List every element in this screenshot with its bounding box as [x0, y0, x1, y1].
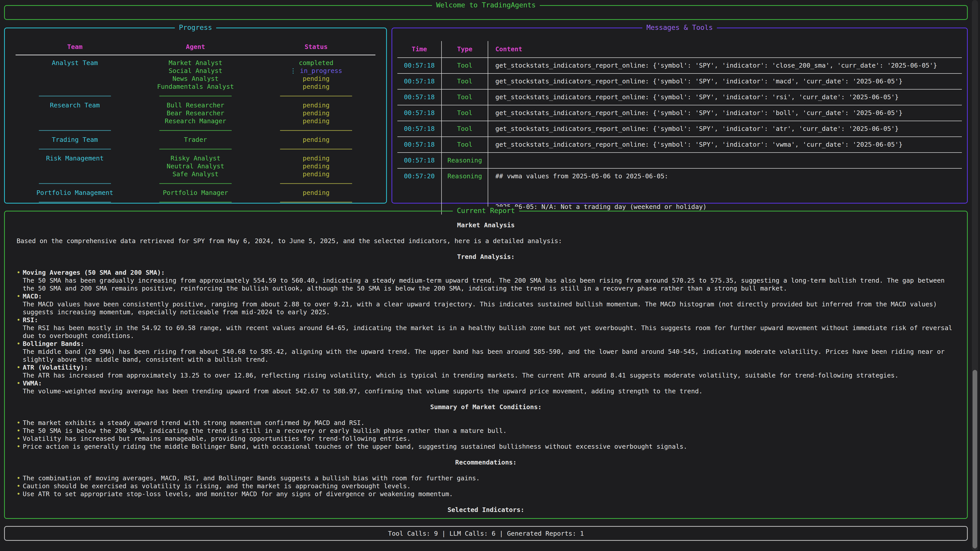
bullet-icon: • [17, 474, 23, 482]
message-content-line: get_stockstats_indicators_report_online:… [495, 105, 902, 121]
report-panel-title: Current Report [453, 206, 519, 214]
message-content-lines [495, 153, 499, 168]
stats-text: Tool Calls: 9 | LLM Calls: 6 | Generated… [388, 530, 584, 537]
report-body: Market Analysis Based on the comprehensi… [5, 211, 967, 514]
message-content-line: ## vwma values from 2025-05-06 to 2025-0… [495, 168, 707, 184]
bullet-icon: • [17, 419, 23, 427]
message-content-line: get_stockstats_indicators_report_online:… [495, 58, 937, 73]
team-group-separator [14, 144, 376, 154]
messages-col-content: Content [488, 41, 962, 58]
bullet-body: VWMA:The volume-weighted moving average … [23, 380, 955, 395]
bullet-text: The MACD values have been consistently p… [23, 300, 955, 316]
report-bullet: •Bollinger Bands:The middle band (20 SMA… [17, 340, 955, 364]
scrollbar-track[interactable] [972, 0, 978, 551]
team-name [14, 75, 135, 83]
bullet-text: The 50 SMA has been gradually increasing… [23, 276, 955, 292]
team-name [14, 117, 135, 125]
message-content-lines: get_stockstats_indicators_report_online:… [495, 74, 902, 89]
bullet-icon: • [17, 427, 23, 435]
bullet-label: Moving Averages (50 SMA and 200 SMA): [23, 268, 955, 276]
status-badge: pending [256, 101, 376, 109]
message-content: get_stockstats_indicators_report_online:… [488, 137, 962, 153]
bullet-text: The ATR has increased from approximately… [23, 372, 955, 380]
bullet-body: Price action is generally riding the mid… [23, 443, 955, 451]
agent-name: Risky Analyst [135, 154, 256, 162]
messages-panel-title: Messages & Tools [642, 24, 717, 32]
team-group-separator [14, 178, 376, 189]
agent-name: News Analyst [135, 75, 256, 83]
message-content-line: get_stockstats_indicators_report_online:… [495, 89, 899, 105]
team-name: Research Team [14, 101, 135, 109]
report-bullet: •The 50 SMA is below the 200 SMA, indica… [17, 427, 955, 435]
team-group-separator [14, 125, 376, 136]
scrollbar-thumb[interactable] [973, 370, 977, 548]
bullet-icon: • [17, 316, 23, 340]
message-content: get_stockstats_indicators_report_online:… [488, 89, 962, 105]
report-bullet-list: •Moving Averages (50 SMA and 200 SMA):Th… [17, 268, 955, 395]
team-group-separator [14, 197, 376, 207]
message-time: 00:57:18 [397, 58, 441, 74]
agent-name: Bull Researcher [135, 101, 256, 109]
progress-table-body: Analyst TeamMarket AnalystcompletedSocia… [14, 59, 376, 207]
messages-table: Time Type Content 00:57:18Toolget_stocks… [397, 41, 962, 214]
message-content-lines: get_stockstats_indicators_report_online:… [495, 137, 902, 152]
bullet-body: Volatility has increased but remains man… [23, 435, 955, 443]
team-name [14, 170, 135, 178]
progress-row: Analyst TeamMarket Analystcompleted [14, 59, 376, 67]
agent-name: Fundamentals Analyst [135, 83, 256, 91]
progress-row: Research Managerpending [14, 117, 376, 125]
bullet-body: MACD:The MACD values have been consisten… [23, 292, 955, 316]
agent-name: Social Analyst [135, 67, 256, 75]
spinner-icon: ⋮ [290, 67, 296, 75]
message-content-line: get_stockstats_indicators_report_online:… [495, 137, 902, 152]
bullet-body: Moving Averages (50 SMA and 200 SMA):The… [23, 268, 955, 292]
progress-row: Safe Analystpending [14, 170, 376, 178]
bullet-icon: • [17, 443, 23, 451]
progress-header: Team Agent Status [14, 43, 376, 51]
status-badge: pending [256, 109, 376, 117]
message-type: Tool [441, 89, 488, 105]
message-time: 00:57:18 [397, 153, 441, 168]
report-section-heading: Summary of Market Conditions: [17, 403, 955, 411]
bullet-icon: • [17, 490, 23, 498]
bullet-icon: • [17, 268, 23, 292]
agent-name: Safe Analyst [135, 170, 256, 178]
message-content-lines: get_stockstats_indicators_report_online:… [495, 121, 899, 137]
bullet-text: The combination of moving averages, MACD… [23, 474, 955, 482]
report-bullet: •VWMA:The volume-weighted moving average… [17, 380, 955, 395]
welcome-title: Welcome to TradingAgents [432, 1, 540, 9]
status-badge: pending [256, 75, 376, 83]
bullet-body: ATR (Volatility):The ATR has increased f… [23, 364, 955, 380]
bullet-text: Volatility has increased but remains man… [23, 435, 955, 443]
progress-row: Trading TeamTraderpending [14, 136, 376, 144]
bullet-body: Caution should be exercised as volatilit… [23, 482, 955, 490]
bullet-body: The market exhibits a steady upward tren… [23, 419, 955, 427]
agent-name: Portfolio Manager [135, 189, 256, 197]
agent-name: Bear Researcher [135, 109, 256, 117]
report-section-heading: Recommendations: [17, 458, 955, 466]
progress-row: Risk ManagementRisky Analystpending [14, 154, 376, 162]
agent-name: Research Manager [135, 117, 256, 125]
message-content: ## vwma values from 2025-05-06 to 2025-0… [488, 168, 962, 214]
report-bullet-list: •The market exhibits a steady upward tre… [17, 419, 955, 451]
message-time: 00:57:20 [397, 168, 441, 214]
report-sections: Trend Analysis:•Moving Averages (50 SMA … [17, 253, 955, 514]
agent-name: Market Analyst [135, 59, 256, 67]
progress-row: Research TeamBull Researcherpending [14, 101, 376, 109]
report-bullet: •MACD:The MACD values have been consiste… [17, 292, 955, 316]
message-time: 00:57:18 [397, 89, 441, 105]
bullet-body: The 50 SMA is below the 200 SMA, indicat… [23, 427, 955, 435]
report-intro: Based on the comprehensive data retrieve… [17, 237, 955, 245]
progress-panel-title: Progress [175, 24, 216, 32]
bullet-text: The RSI has been mostly in the 54.92 to … [23, 324, 955, 340]
report-section-heading: Selected Indicators: [17, 506, 955, 514]
team-name: Portfolio Management [14, 189, 135, 197]
message-time: 00:57:18 [397, 105, 441, 121]
team-name [14, 83, 135, 91]
bullet-body: Use ATR to set appropriate stop-loss lev… [23, 490, 955, 498]
report-bullet-list: •The combination of moving averages, MAC… [17, 474, 955, 498]
message-content-line: get_stockstats_indicators_report_online:… [495, 121, 899, 137]
message-type: Reasoning [441, 153, 488, 168]
progress-header-separator [16, 55, 375, 56]
report-bullet: •Volatility has increased but remains ma… [17, 435, 955, 443]
